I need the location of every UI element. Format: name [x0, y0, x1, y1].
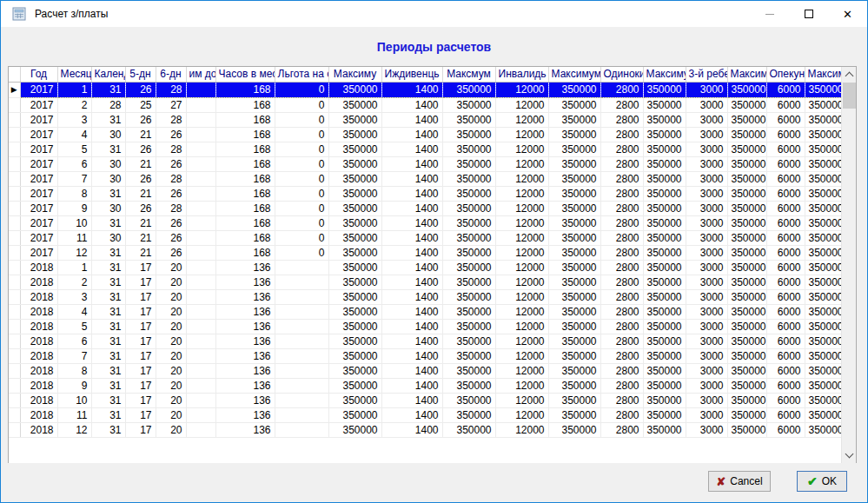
- grid-cell[interactable]: 21: [125, 215, 156, 230]
- grid-cell[interactable]: 0: [275, 230, 328, 245]
- grid-cell[interactable]: 2800: [600, 127, 643, 142]
- grid-cell[interactable]: 350000: [643, 319, 686, 334]
- grid-cell[interactable]: 0: [275, 82, 328, 97]
- grid-cell[interactable]: 350000: [442, 245, 495, 260]
- grid-cell[interactable]: 31: [91, 186, 125, 201]
- table-row[interactable]: 2018531172013635000014003500001200035000…: [9, 319, 841, 334]
- grid-cell[interactable]: 168: [215, 171, 275, 186]
- grid-cell[interactable]: 0: [275, 201, 328, 215]
- grid-cell[interactable]: 2800: [600, 319, 643, 334]
- grid-cell[interactable]: 20: [156, 319, 186, 334]
- grid-cell[interactable]: 350000: [328, 348, 381, 363]
- grid-cell[interactable]: 350000: [643, 201, 686, 215]
- grid-cell[interactable]: 1400: [381, 363, 442, 378]
- close-button[interactable]: ✕: [828, 1, 867, 27]
- grid-cell[interactable]: 10: [57, 215, 91, 230]
- grid-cell[interactable]: 350000: [643, 142, 686, 156]
- grid-cell[interactable]: 2017: [20, 112, 57, 127]
- grid-cell[interactable]: 350000: [643, 230, 686, 245]
- grid-cell[interactable]: 350000: [643, 171, 686, 186]
- grid-cell[interactable]: 3000: [686, 348, 727, 363]
- grid-cell[interactable]: 350000: [548, 156, 600, 171]
- grid-cell[interactable]: [186, 260, 215, 275]
- grid-cell[interactable]: 3000: [686, 245, 727, 260]
- grid-cell[interactable]: 350000: [548, 142, 600, 156]
- grid-cell[interactable]: [186, 201, 215, 215]
- grid-cell[interactable]: 350000: [643, 112, 686, 127]
- grid-cell[interactable]: 350000: [727, 260, 766, 275]
- grid-cell[interactable]: 350000: [727, 422, 766, 437]
- grid-cell[interactable]: 26: [156, 156, 186, 171]
- grid-cell[interactable]: 1400: [381, 334, 442, 348]
- scrollbar-thumb[interactable]: [843, 83, 856, 109]
- grid-cell[interactable]: 2800: [600, 142, 643, 156]
- grid-cell[interactable]: 20: [156, 378, 186, 393]
- grid-cell[interactable]: 12000: [495, 97, 548, 112]
- grid-cell[interactable]: 350000: [548, 127, 600, 142]
- column-header[interactable]: Максмум: [442, 67, 495, 82]
- grid-cell[interactable]: 6: [57, 334, 91, 348]
- grid-cell[interactable]: 350000: [805, 319, 841, 334]
- table-row[interactable]: 2017331262816803500001400350000120003500…: [9, 112, 841, 127]
- grid-cell[interactable]: 1400: [381, 407, 442, 422]
- table-row[interactable]: 2018103117201363500001400350000120003500…: [9, 393, 841, 407]
- table-row[interactable]: 2017730262816803500001400350000120003500…: [9, 171, 841, 186]
- grid-cell[interactable]: 1400: [381, 201, 442, 215]
- grid-cell[interactable]: 3000: [686, 275, 727, 289]
- grid-cell[interactable]: 31: [91, 289, 125, 304]
- grid-cell[interactable]: 350000: [548, 201, 600, 215]
- grid-cell[interactable]: 17: [125, 334, 156, 348]
- grid-cell[interactable]: 350000: [548, 186, 600, 201]
- grid-cell[interactable]: 350000: [328, 275, 381, 289]
- grid-cell[interactable]: 350000: [643, 393, 686, 407]
- grid-cell[interactable]: 350000: [805, 97, 841, 112]
- grid-cell[interactable]: 350000: [727, 112, 766, 127]
- grid-cell[interactable]: 350000: [805, 363, 841, 378]
- grid-cell[interactable]: 12000: [495, 142, 548, 156]
- grid-cell[interactable]: 17: [125, 393, 156, 407]
- table-row[interactable]: 2017123121261680350000140035000012000350…: [9, 245, 841, 260]
- grid-cell[interactable]: 136: [215, 260, 275, 275]
- grid-cell[interactable]: 350000: [442, 97, 495, 112]
- grid-cell[interactable]: 0: [275, 97, 328, 112]
- grid-cell[interactable]: 31: [91, 319, 125, 334]
- grid-cell[interactable]: 26: [156, 245, 186, 260]
- grid-cell[interactable]: 136: [215, 407, 275, 422]
- grid-cell[interactable]: 6000: [766, 127, 805, 142]
- grid-cell[interactable]: [275, 334, 328, 348]
- grid-cell[interactable]: 30: [91, 156, 125, 171]
- grid-cell[interactable]: 3000: [686, 142, 727, 156]
- grid-cell[interactable]: 12: [57, 422, 91, 437]
- grid-cell[interactable]: 12000: [495, 112, 548, 127]
- grid-cell[interactable]: 350000: [643, 156, 686, 171]
- grid-cell[interactable]: 6000: [766, 348, 805, 363]
- grid-cell[interactable]: 2018: [20, 289, 57, 304]
- grid-cell[interactable]: 1400: [381, 97, 442, 112]
- column-header[interactable]: Одинокие: [600, 67, 643, 82]
- grid-cell[interactable]: [186, 186, 215, 201]
- grid-cell[interactable]: [275, 319, 328, 334]
- grid-cell[interactable]: [186, 127, 215, 142]
- grid-cell[interactable]: 3000: [686, 289, 727, 304]
- grid-cell[interactable]: 350000: [727, 186, 766, 201]
- grid-cell[interactable]: 2018: [20, 378, 57, 393]
- grid-cell[interactable]: 350000: [328, 186, 381, 201]
- grid-cell[interactable]: 136: [215, 334, 275, 348]
- grid-cell[interactable]: 350000: [805, 275, 841, 289]
- grid-cell[interactable]: 350000: [328, 142, 381, 156]
- grid-cell[interactable]: 0: [275, 112, 328, 127]
- grid-cell[interactable]: 6000: [766, 230, 805, 245]
- grid-cell[interactable]: [186, 171, 215, 186]
- grid-cell[interactable]: 136: [215, 378, 275, 393]
- table-row[interactable]: 2017831212616803500001400350000120003500…: [9, 186, 841, 201]
- grid-cell[interactable]: 350000: [548, 112, 600, 127]
- grid-cell[interactable]: 2800: [600, 260, 643, 275]
- grid-cell[interactable]: 350000: [442, 82, 495, 97]
- grid-cell[interactable]: 31: [91, 378, 125, 393]
- grid-cell[interactable]: 2017: [20, 186, 57, 201]
- grid-cell[interactable]: 6000: [766, 260, 805, 275]
- grid-cell[interactable]: [186, 230, 215, 245]
- grid-cell[interactable]: 350000: [328, 127, 381, 142]
- grid-cell[interactable]: 2018: [20, 348, 57, 363]
- table-row[interactable]: 2017228252716803500001400350000120003500…: [9, 97, 841, 112]
